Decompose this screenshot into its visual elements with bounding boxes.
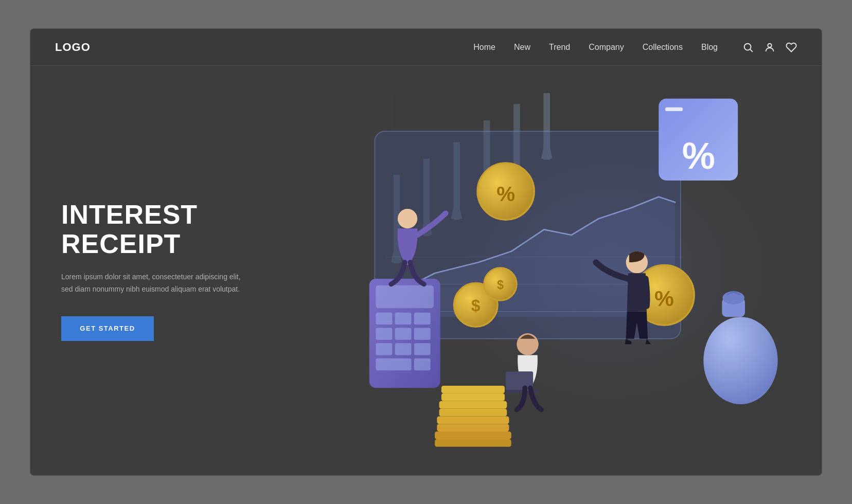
browser-frame: LOGO Home New Trend Company Collections … — [30, 28, 822, 476]
svg-rect-28 — [414, 343, 431, 355]
nav-links: Home New Trend Company Collections Blog — [473, 43, 718, 52]
svg-rect-35 — [439, 409, 507, 417]
svg-text:$: $ — [497, 278, 504, 292]
svg-rect-30 — [414, 358, 431, 370]
user-button[interactable] — [764, 42, 775, 53]
illustration-svg: % — [277, 66, 822, 475]
svg-point-2 — [768, 43, 771, 47]
svg-rect-38 — [441, 386, 505, 393]
svg-rect-23 — [376, 328, 392, 339]
svg-point-44 — [722, 291, 744, 304]
svg-rect-27 — [395, 343, 412, 355]
svg-rect-22 — [414, 313, 431, 325]
nav-link-trend[interactable]: Trend — [549, 43, 570, 52]
heart-icon — [786, 42, 797, 53]
svg-rect-29 — [376, 358, 411, 370]
svg-text:$: $ — [471, 296, 481, 315]
svg-line-1 — [750, 49, 752, 51]
hero-section: INTEREST RECEIPT Lorem ipsum dolor sit a… — [30, 66, 822, 475]
nav-link-home[interactable]: Home — [473, 43, 495, 52]
svg-rect-24 — [395, 328, 412, 339]
hero-illustration: % — [277, 66, 822, 475]
svg-rect-19 — [376, 285, 434, 309]
bag-body — [703, 317, 777, 404]
svg-point-45 — [398, 209, 417, 228]
wishlist-button[interactable] — [786, 42, 797, 53]
svg-text:%: % — [654, 286, 674, 311]
svg-rect-18 — [665, 107, 683, 111]
logo: LOGO — [55, 41, 91, 54]
hero-title: INTEREST RECEIPT — [61, 200, 253, 259]
svg-text:%: % — [496, 182, 515, 206]
navbar: LOGO Home New Trend Company Collections … — [30, 29, 822, 66]
svg-rect-37 — [441, 393, 505, 401]
svg-rect-34 — [437, 416, 509, 424]
coin-stack — [435, 386, 511, 447]
svg-rect-36 — [439, 401, 507, 409]
nav-icons — [742, 42, 797, 53]
search-button[interactable] — [742, 42, 754, 53]
hero-left: INTEREST RECEIPT Lorem ipsum dolor sit a… — [30, 66, 277, 475]
svg-rect-21 — [395, 313, 412, 325]
hero-description: Lorem ipsum dolor sit amet, consectetuer… — [61, 271, 246, 296]
svg-rect-20 — [376, 313, 392, 325]
search-icon — [742, 42, 754, 53]
svg-rect-33 — [437, 424, 509, 431]
nav-link-new[interactable]: New — [514, 43, 530, 52]
get-started-button[interactable]: GET STARTED — [61, 316, 154, 341]
nav-link-company[interactable]: Company — [589, 43, 624, 52]
nav-link-collections[interactable]: Collections — [643, 43, 683, 52]
hero-title-line2: RECEIPT — [61, 229, 181, 259]
user-icon — [764, 42, 775, 53]
nav-link-blog[interactable]: Blog — [701, 43, 718, 52]
hero-title-line1: INTEREST — [61, 200, 198, 229]
percent-card-text: % — [682, 135, 715, 176]
svg-rect-32 — [435, 439, 511, 447]
svg-rect-26 — [376, 343, 392, 355]
person-2 — [506, 333, 541, 410]
svg-rect-25 — [414, 328, 431, 339]
svg-rect-31 — [435, 431, 511, 439]
